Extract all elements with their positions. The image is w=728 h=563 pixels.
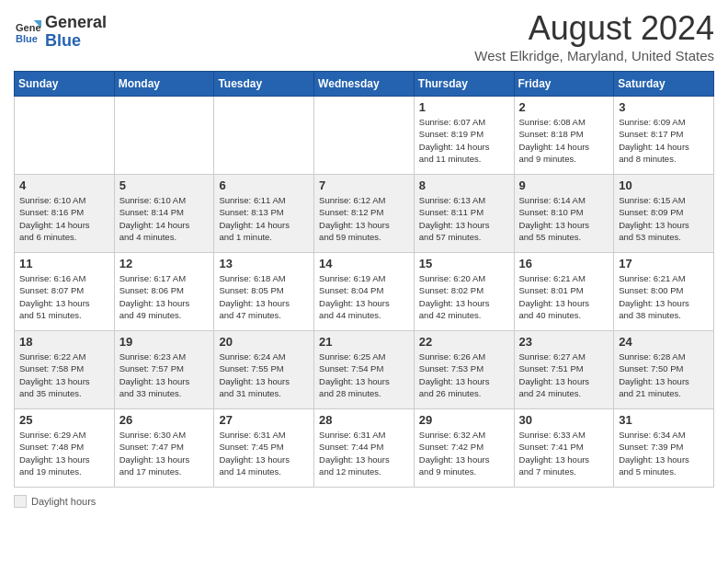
header: General Blue General Blue August 2024 We…	[14, 9, 714, 63]
day-info: Sunrise: 6:19 AM Sunset: 8:04 PM Dayligh…	[319, 272, 409, 321]
day-info: Sunrise: 6:16 AM Sunset: 8:07 PM Dayligh…	[19, 272, 109, 321]
day-cell: 23Sunrise: 6:27 AM Sunset: 7:51 PM Dayli…	[514, 331, 614, 409]
day-cell: 6Sunrise: 6:11 AM Sunset: 8:13 PM Daylig…	[214, 175, 314, 253]
day-cell: 22Sunrise: 6:26 AM Sunset: 7:53 PM Dayli…	[414, 331, 514, 409]
day-number: 31	[619, 413, 709, 427]
day-info: Sunrise: 6:28 AM Sunset: 7:50 PM Dayligh…	[619, 350, 709, 399]
day-number: 20	[219, 335, 309, 349]
day-number: 8	[419, 178, 509, 192]
day-info: Sunrise: 6:34 AM Sunset: 7:39 PM Dayligh…	[619, 429, 709, 477]
day-number: 28	[319, 413, 409, 427]
month-title: August 2024	[474, 9, 714, 48]
week-row-2: 4Sunrise: 6:10 AM Sunset: 8:16 PM Daylig…	[15, 175, 714, 253]
day-number: 7	[319, 178, 409, 192]
daylight-box-icon	[14, 495, 27, 508]
calendar-table: SundayMondayTuesdayWednesdayThursdayFrid…	[14, 71, 714, 488]
day-info: Sunrise: 6:11 AM Sunset: 8:13 PM Dayligh…	[219, 194, 309, 243]
day-cell: 7Sunrise: 6:12 AM Sunset: 8:12 PM Daylig…	[314, 175, 415, 253]
day-cell: 4Sunrise: 6:10 AM Sunset: 8:16 PM Daylig…	[15, 175, 115, 253]
footer: Daylight hours	[14, 495, 714, 508]
day-info: Sunrise: 6:17 AM Sunset: 8:06 PM Dayligh…	[119, 272, 210, 321]
logo-icon: General Blue	[14, 18, 41, 46]
day-cell: 5Sunrise: 6:10 AM Sunset: 8:14 PM Daylig…	[114, 175, 214, 253]
header-cell-thursday: Thursday	[414, 72, 514, 97]
day-info: Sunrise: 6:12 AM Sunset: 8:12 PM Dayligh…	[319, 194, 409, 243]
day-number: 21	[319, 335, 409, 349]
day-info: Sunrise: 6:07 AM Sunset: 8:19 PM Dayligh…	[419, 116, 509, 165]
header-cell-tuesday: Tuesday	[214, 72, 314, 97]
subtitle: West Elkridge, Maryland, United States	[474, 48, 714, 63]
day-cell: 19Sunrise: 6:23 AM Sunset: 7:57 PM Dayli…	[114, 331, 214, 409]
day-info: Sunrise: 6:10 AM Sunset: 8:16 PM Dayligh…	[19, 194, 109, 243]
day-number: 18	[19, 335, 109, 349]
day-number: 6	[219, 178, 309, 192]
day-number: 13	[219, 257, 309, 270]
day-info: Sunrise: 6:31 AM Sunset: 7:44 PM Dayligh…	[319, 429, 409, 477]
day-number: 15	[419, 257, 509, 270]
day-cell: 12Sunrise: 6:17 AM Sunset: 8:06 PM Dayli…	[114, 253, 214, 331]
day-cell	[214, 97, 314, 175]
daylight-label: Daylight hours	[31, 496, 96, 507]
day-cell: 24Sunrise: 6:28 AM Sunset: 7:50 PM Dayli…	[614, 331, 714, 409]
day-number: 16	[519, 257, 609, 270]
day-info: Sunrise: 6:08 AM Sunset: 8:18 PM Dayligh…	[519, 116, 609, 165]
day-number: 10	[619, 178, 709, 192]
day-info: Sunrise: 6:15 AM Sunset: 8:09 PM Dayligh…	[619, 194, 709, 243]
day-number: 12	[119, 257, 210, 270]
day-info: Sunrise: 6:26 AM Sunset: 7:53 PM Dayligh…	[419, 350, 509, 399]
day-info: Sunrise: 6:23 AM Sunset: 7:57 PM Dayligh…	[119, 350, 210, 399]
day-info: Sunrise: 6:31 AM Sunset: 7:45 PM Dayligh…	[219, 429, 309, 477]
day-info: Sunrise: 6:14 AM Sunset: 8:10 PM Dayligh…	[519, 194, 609, 243]
day-info: Sunrise: 6:24 AM Sunset: 7:55 PM Dayligh…	[219, 350, 309, 399]
day-cell: 26Sunrise: 6:30 AM Sunset: 7:47 PM Dayli…	[114, 409, 214, 488]
day-number: 22	[419, 335, 509, 349]
logo: General Blue General Blue	[14, 14, 107, 51]
day-cell: 20Sunrise: 6:24 AM Sunset: 7:55 PM Dayli…	[214, 331, 314, 409]
day-number: 4	[19, 178, 109, 192]
day-info: Sunrise: 6:29 AM Sunset: 7:48 PM Dayligh…	[19, 429, 109, 477]
day-cell: 17Sunrise: 6:21 AM Sunset: 8:00 PM Dayli…	[614, 253, 714, 331]
day-number: 30	[519, 413, 609, 427]
header-cell-wednesday: Wednesday	[314, 72, 415, 97]
day-cell: 14Sunrise: 6:19 AM Sunset: 8:04 PM Dayli…	[314, 253, 415, 331]
day-cell: 27Sunrise: 6:31 AM Sunset: 7:45 PM Dayli…	[214, 409, 314, 488]
day-number: 17	[619, 257, 709, 270]
day-cell: 15Sunrise: 6:20 AM Sunset: 8:02 PM Dayli…	[414, 253, 514, 331]
day-cell: 1Sunrise: 6:07 AM Sunset: 8:19 PM Daylig…	[414, 97, 514, 175]
day-cell: 10Sunrise: 6:15 AM Sunset: 8:09 PM Dayli…	[614, 175, 714, 253]
day-number: 1	[419, 100, 509, 114]
week-row-1: 1Sunrise: 6:07 AM Sunset: 8:19 PM Daylig…	[15, 97, 714, 175]
day-info: Sunrise: 6:10 AM Sunset: 8:14 PM Dayligh…	[119, 194, 210, 243]
day-cell: 8Sunrise: 6:13 AM Sunset: 8:11 PM Daylig…	[414, 175, 514, 253]
logo-text: General Blue	[45, 14, 107, 51]
day-cell: 9Sunrise: 6:14 AM Sunset: 8:10 PM Daylig…	[514, 175, 614, 253]
day-cell: 18Sunrise: 6:22 AM Sunset: 7:58 PM Dayli…	[15, 331, 115, 409]
day-info: Sunrise: 6:18 AM Sunset: 8:05 PM Dayligh…	[219, 272, 309, 321]
day-number: 9	[519, 178, 609, 192]
day-cell: 21Sunrise: 6:25 AM Sunset: 7:54 PM Dayli…	[314, 331, 415, 409]
day-cell: 29Sunrise: 6:32 AM Sunset: 7:42 PM Dayli…	[414, 409, 514, 488]
day-number: 27	[219, 413, 309, 427]
day-cell	[314, 97, 415, 175]
day-number: 23	[519, 335, 609, 349]
day-cell: 28Sunrise: 6:31 AM Sunset: 7:44 PM Dayli…	[314, 409, 415, 488]
day-info: Sunrise: 6:32 AM Sunset: 7:42 PM Dayligh…	[419, 429, 509, 477]
day-cell: 2Sunrise: 6:08 AM Sunset: 8:18 PM Daylig…	[514, 97, 614, 175]
day-number: 29	[419, 413, 509, 427]
week-row-4: 18Sunrise: 6:22 AM Sunset: 7:58 PM Dayli…	[15, 331, 714, 409]
day-number: 5	[119, 178, 210, 192]
day-number: 26	[119, 413, 210, 427]
day-number: 25	[19, 413, 109, 427]
day-info: Sunrise: 6:30 AM Sunset: 7:47 PM Dayligh…	[119, 429, 210, 477]
day-info: Sunrise: 6:33 AM Sunset: 7:41 PM Dayligh…	[519, 429, 609, 477]
day-cell: 3Sunrise: 6:09 AM Sunset: 8:17 PM Daylig…	[614, 97, 714, 175]
day-cell	[114, 97, 214, 175]
day-cell: 13Sunrise: 6:18 AM Sunset: 8:05 PM Dayli…	[214, 253, 314, 331]
day-number: 2	[519, 100, 609, 114]
header-cell-friday: Friday	[514, 72, 614, 97]
day-number: 11	[19, 257, 109, 270]
week-row-5: 25Sunrise: 6:29 AM Sunset: 7:48 PM Dayli…	[15, 409, 714, 488]
day-info: Sunrise: 6:21 AM Sunset: 8:00 PM Dayligh…	[619, 272, 709, 321]
day-info: Sunrise: 6:25 AM Sunset: 7:54 PM Dayligh…	[319, 350, 409, 399]
day-number: 19	[119, 335, 210, 349]
